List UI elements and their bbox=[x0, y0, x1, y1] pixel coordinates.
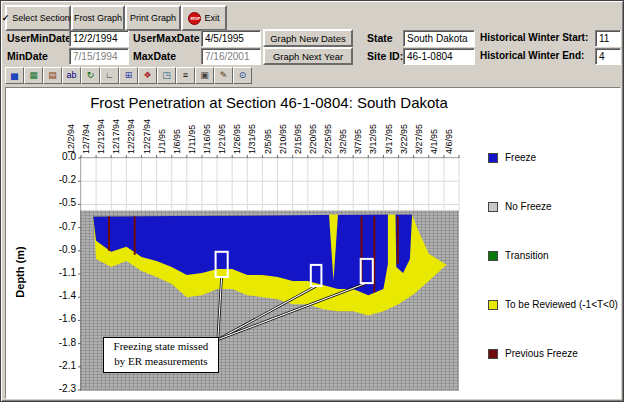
select-sections-button[interactable]: ✓ Select Sections bbox=[5, 5, 71, 31]
frost-graph-button[interactable]: Frost Graph bbox=[71, 5, 125, 31]
print-graph-label: Print Graph bbox=[130, 13, 176, 23]
x-date-label: 1/6/95 bbox=[172, 129, 182, 154]
legend-label: No Freeze bbox=[505, 201, 552, 212]
x-date-label: 3/7/95 bbox=[353, 129, 363, 154]
graph-new-dates-label: Graph New Dates bbox=[270, 33, 346, 44]
x-date-label: 12/22/94 bbox=[126, 119, 136, 154]
x-date-label: 1/11/95 bbox=[187, 125, 197, 154]
legend-swatch bbox=[488, 251, 498, 261]
select-sections-label: Select Sections bbox=[12, 13, 74, 23]
legend-label: Transition bbox=[505, 250, 549, 261]
legend-swatch bbox=[488, 153, 498, 163]
legend-item: Transition bbox=[488, 250, 624, 261]
state-label: State bbox=[367, 32, 393, 44]
hw-end-label: Historical Winter End: bbox=[480, 50, 584, 61]
rotate-chart-icon[interactable]: ↻ bbox=[81, 67, 100, 84]
x-date-label: 12/7/94 bbox=[81, 124, 91, 154]
view-3d-icon[interactable]: ◳ bbox=[157, 67, 176, 84]
save-template-icon[interactable]: ▣ bbox=[195, 67, 214, 84]
user-min-date-field[interactable] bbox=[69, 30, 129, 47]
y-tick-label: -0.5 bbox=[44, 197, 76, 208]
x-date-label: 1/31/95 bbox=[247, 124, 257, 154]
site-id-field[interactable] bbox=[403, 48, 475, 65]
x-date-label: 2/25/95 bbox=[323, 124, 333, 154]
y-tick-label: -0.9 bbox=[44, 244, 76, 255]
stop-icon: STOP bbox=[188, 12, 201, 25]
frost-graph-label: Frost Graph bbox=[74, 13, 122, 23]
axes-icon[interactable]: ∟ bbox=[100, 67, 119, 84]
legend-item: No Freeze bbox=[488, 201, 624, 212]
state-field[interactable] bbox=[403, 30, 475, 47]
y-axis-title: Depth (m) bbox=[14, 237, 26, 307]
print-graph-button[interactable]: Print Graph bbox=[125, 5, 181, 31]
legend-item: To be Reviewed (-1<T<0) bbox=[488, 299, 624, 310]
app-window: ✓ Select Sections Frost Graph Print Grap… bbox=[0, 0, 624, 402]
edit-chart-icon[interactable]: ✎ bbox=[214, 67, 233, 84]
chart-legend: FreezeNo FreezeTransitionTo be Reviewed … bbox=[488, 152, 624, 397]
x-date-label: 3/17/95 bbox=[384, 124, 394, 154]
palette-icon[interactable]: ❖ bbox=[138, 67, 157, 84]
x-date-label: 1/21/95 bbox=[217, 124, 227, 154]
y-tick-label: -1.8 bbox=[44, 337, 76, 348]
grid-options-icon[interactable]: ⊞ bbox=[119, 67, 138, 84]
annotation-box: Freezing state missed by ER measurements bbox=[103, 337, 219, 373]
x-date-label: 2/5/95 bbox=[263, 129, 273, 154]
x-date-label: 12/17/94 bbox=[111, 119, 121, 154]
x-date-label: 3/12/95 bbox=[368, 124, 378, 154]
hw-end-field[interactable] bbox=[595, 48, 621, 65]
y-tick-label: -1.6 bbox=[44, 313, 76, 324]
x-date-label: 2/10/95 bbox=[278, 124, 288, 154]
x-date-label: 3/27/95 bbox=[414, 124, 424, 154]
text-labels-icon[interactable]: ab bbox=[62, 67, 81, 84]
zoom-icon[interactable]: ⊙ bbox=[233, 67, 252, 84]
hw-start-label: Historical Winter Start: bbox=[480, 32, 588, 43]
x-date-label: 3/22/95 bbox=[399, 124, 409, 154]
chart-panel: Frost Penetration at Section 46-1-0804: … bbox=[5, 87, 621, 399]
legend-swatch bbox=[488, 349, 498, 359]
chart-icon-toolbar: ▅▦▤ab↻∟⊞❖◳≡▣✎⊙ bbox=[5, 67, 252, 84]
exit-button[interactable]: STOP Exit bbox=[181, 5, 227, 31]
user-max-date-field[interactable] bbox=[201, 30, 261, 47]
rowcol-icon[interactable]: ▤ bbox=[43, 67, 62, 84]
legend-swatch bbox=[488, 202, 498, 212]
graph-next-year-button[interactable]: Graph Next Year bbox=[263, 47, 353, 65]
check-icon: ✓ bbox=[2, 13, 10, 23]
hw-start-field[interactable] bbox=[595, 30, 621, 47]
legend-swatch bbox=[488, 300, 498, 310]
chart-title: Frost Penetration at Section 46-1-0804: … bbox=[46, 94, 492, 111]
chart-gallery-icon[interactable]: ▅ bbox=[5, 67, 24, 84]
x-date-label: 2/15/95 bbox=[293, 124, 303, 154]
user-max-date-label: UserMaxDate bbox=[133, 32, 200, 44]
annotation-line-2: by ER measurements bbox=[104, 354, 218, 369]
x-date-label: 12/27/94 bbox=[142, 119, 152, 154]
y-tick-label: -2.3 bbox=[44, 383, 76, 394]
legend-item: Freeze bbox=[488, 152, 624, 163]
x-date-label: 3/2/95 bbox=[338, 129, 348, 154]
graph-next-year-label: Graph Next Year bbox=[273, 51, 343, 62]
min-date-field bbox=[69, 48, 129, 65]
max-date-field bbox=[201, 48, 261, 65]
legend-label: Freeze bbox=[505, 152, 536, 163]
data-grid-icon[interactable]: ▦ bbox=[24, 67, 43, 84]
frost-heatmap-plot: Freezing state missed by ER measurements bbox=[80, 157, 459, 391]
legend-label: Previous Freeze bbox=[505, 348, 578, 359]
x-date-label: 1/1/95 bbox=[157, 129, 167, 154]
graph-new-dates-button[interactable]: Graph New Dates bbox=[263, 29, 353, 47]
x-date-label: 1/16/95 bbox=[202, 124, 212, 154]
exit-label: Exit bbox=[204, 13, 219, 23]
y-tick-label: -1.4 bbox=[44, 290, 76, 301]
legend-item: Previous Freeze bbox=[488, 348, 624, 359]
x-date-label: 4/1/95 bbox=[429, 129, 439, 154]
x-date-label: 1/26/95 bbox=[232, 124, 242, 154]
y-tick-label: -0.2 bbox=[44, 174, 76, 185]
min-date-label: MinDate bbox=[7, 50, 48, 62]
y-tick-label: -1.1 bbox=[44, 267, 76, 278]
x-date-label: 4/6/95 bbox=[444, 129, 454, 154]
y-tick-label: -0.7 bbox=[44, 221, 76, 232]
x-date-label: 12/12/94 bbox=[96, 119, 106, 154]
legend-label: To be Reviewed (-1<T<0) bbox=[505, 299, 618, 310]
max-date-label: MaxDate bbox=[133, 50, 176, 62]
site-id-label: Site ID: bbox=[367, 50, 403, 62]
x-date-label: 2/20/95 bbox=[308, 124, 318, 154]
legend-icon[interactable]: ≡ bbox=[176, 67, 195, 84]
